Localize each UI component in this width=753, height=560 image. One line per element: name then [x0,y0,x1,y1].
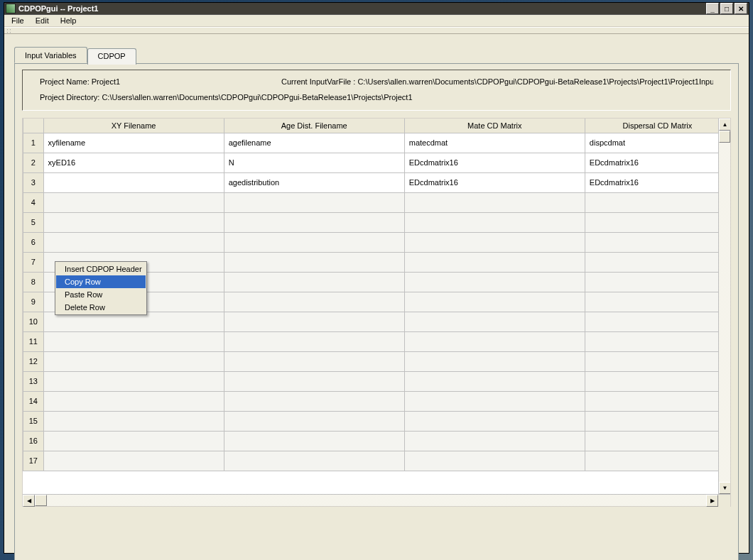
grid-cell[interactable] [224,292,404,312]
grid-cell[interactable]: agedistribution [224,172,404,192]
scroll-right-icon[interactable]: ▶ [706,495,718,507]
grid-cell[interactable] [585,431,730,451]
grid-cell[interactable] [224,331,404,351]
row-header[interactable]: 15 [23,411,44,431]
scroll-up-icon[interactable]: ▲ [719,119,730,131]
column-header-dispersal-cd[interactable]: Dispersal CD Matrix [585,119,730,133]
grid-cell[interactable] [224,451,404,471]
row-header[interactable]: 12 [23,351,44,371]
grid-cell[interactable] [224,312,404,331]
grid-cell[interactable] [585,252,730,272]
grid-cell[interactable] [43,351,224,371]
row-header[interactable]: 6 [23,232,44,252]
grid-cell[interactable] [404,411,585,431]
grid-cell[interactable] [224,391,404,411]
grid-cell[interactable] [585,371,730,391]
grid-cell[interactable] [404,192,585,212]
grid-cell[interactable] [585,292,730,312]
row-header[interactable]: 3 [23,172,44,192]
grid-cell[interactable]: EDcdmatrix16 [585,153,730,172]
row-header[interactable]: 2 [23,153,44,172]
scroll-down-icon[interactable]: ▼ [719,482,730,494]
row-header[interactable]: 5 [23,212,44,232]
context-insert-header[interactable]: Insert CDPOP Header [56,263,146,275]
grid-cell[interactable] [43,232,224,252]
grid-cell[interactable]: dispcdmat [585,133,730,153]
grid-cell[interactable] [585,232,730,252]
minimize-button[interactable]: _ [706,3,719,14]
grid-cell[interactable] [585,391,730,411]
column-header-mate-cd[interactable]: Mate CD Matrix [404,119,585,133]
grid-cell[interactable] [404,232,585,252]
grid-cell[interactable] [585,192,730,212]
column-header-xy-filename[interactable]: XY Filename [43,119,224,133]
grid-cell[interactable] [43,192,224,212]
grid-cell[interactable] [404,391,585,411]
row-header[interactable]: 9 [23,292,44,312]
grid-cell[interactable]: EDcdmatrix16 [585,172,730,192]
grid-cell[interactable] [585,351,730,371]
grid-cell[interactable] [404,312,585,331]
grid-cell[interactable] [404,331,585,351]
context-copy-row[interactable]: Copy Row [56,275,146,288]
grid-cell[interactable] [224,232,404,252]
grid-cell[interactable] [404,212,585,232]
grid-cell[interactable] [43,172,224,192]
grid-cell[interactable] [404,371,585,391]
grid-cell[interactable] [224,431,404,451]
grid-cell[interactable] [404,252,585,272]
grid-cell[interactable] [224,272,404,292]
grid-cell[interactable] [585,411,730,431]
menu-file[interactable]: File [6,15,30,26]
grid-cell[interactable] [224,212,404,232]
grid-cell[interactable] [224,252,404,272]
row-header[interactable]: 14 [23,391,44,411]
grid-cell[interactable] [224,192,404,212]
grid-cell[interactable] [224,351,404,371]
grid-cell[interactable] [43,391,224,411]
grid-corner[interactable] [23,119,44,133]
maximize-button[interactable]: □ [720,3,733,14]
toolbar-grip[interactable]: ⸬ [4,27,749,34]
grid-cell[interactable] [404,451,585,471]
grid-cell[interactable] [43,451,224,471]
grid-cell[interactable] [404,292,585,312]
grid-cell[interactable] [585,212,730,232]
menu-help[interactable]: Help [55,15,82,26]
tab-input-variables[interactable]: Input Variables [14,47,87,63]
grid-cell[interactable] [43,411,224,431]
grid-cell[interactable] [585,451,730,471]
grid-cell[interactable] [43,371,224,391]
menu-edit[interactable]: Edit [30,15,55,26]
horizontal-scrollbar[interactable]: ◀ ▶ [23,494,730,506]
column-header-age-dist[interactable]: Age Dist. Filename [224,119,404,133]
row-header[interactable]: 10 [23,312,44,331]
grid-cell[interactable]: xyED16 [43,153,224,172]
scroll-track-v[interactable] [719,131,730,482]
row-header[interactable]: 7 [23,252,44,272]
grid-cell[interactable] [224,411,404,431]
grid-cell[interactable]: N [224,153,404,172]
row-header[interactable]: 8 [23,272,44,292]
context-paste-row[interactable]: Paste Row [56,288,146,301]
row-header[interactable]: 4 [23,192,44,212]
context-delete-row[interactable]: Delete Row [56,301,146,314]
grid-cell[interactable] [43,431,224,451]
grid-cell[interactable]: xyfilename [43,133,224,153]
row-header[interactable]: 16 [23,431,44,451]
grid-cell[interactable]: matecdmat [404,133,585,153]
grid-cell[interactable]: agefilename [224,133,404,153]
grid-cell[interactable] [585,331,730,351]
vertical-scrollbar[interactable]: ▲ ▼ [718,119,730,494]
grid-cell[interactable] [43,212,224,232]
close-button[interactable]: ✕ [735,3,747,14]
grid-cell[interactable] [43,331,224,351]
grid-cell[interactable] [404,351,585,371]
scroll-track-h[interactable] [35,495,706,506]
scroll-left-icon[interactable]: ◀ [23,495,35,507]
tab-cdpop[interactable]: CDPOP [87,48,136,65]
row-header[interactable]: 11 [23,331,44,351]
grid-cell[interactable] [585,312,730,331]
grid-cell[interactable]: EDcdmatrix16 [404,172,585,192]
row-header[interactable]: 17 [23,451,44,471]
